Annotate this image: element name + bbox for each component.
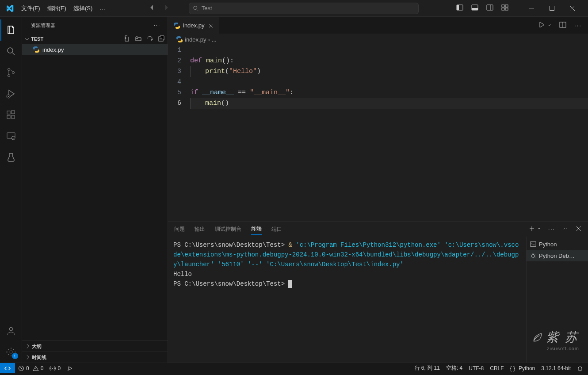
panel-close-icon[interactable]: [576, 226, 582, 233]
command-center[interactable]: Test: [189, 3, 419, 14]
explorer-sidebar: 资源管理器 ··· TEST index.py 大纲 时间线: [22, 17, 168, 363]
terminal-dropdown-icon[interactable]: [537, 226, 541, 232]
window-maximize[interactable]: [542, 0, 562, 17]
menu-edit[interactable]: 编辑(E): [44, 3, 70, 14]
timeline-section[interactable]: 时间线: [22, 352, 168, 363]
tab-more-icon[interactable]: ···: [574, 22, 582, 29]
svg-point-28: [532, 254, 535, 257]
svg-rect-20: [11, 111, 15, 114]
bottom-panel: 问题 输出 调试控制台 终端 端口 ··· PS C:\Users\snow\D…: [168, 221, 588, 363]
status-bar: 0 0 0 行 6, 列 11 空格: 4 UTF-8 CRLF { }Pyth…: [0, 363, 588, 373]
search-icon: [193, 5, 199, 11]
panel-more-icon[interactable]: ···: [548, 226, 555, 232]
activity-remote-icon[interactable]: [0, 126, 22, 147]
status-language[interactable]: { }Python: [507, 363, 538, 373]
panel-tab-ports[interactable]: 端口: [271, 224, 282, 235]
nav-back-icon[interactable]: [149, 4, 156, 12]
remote-button[interactable]: [0, 363, 15, 373]
svg-rect-5: [487, 5, 493, 10]
menu-more[interactable]: …: [96, 3, 109, 13]
terminal[interactable]: PS C:\Users\snow\Desktop\Test> & 'c:\Pro…: [168, 237, 526, 363]
activity-bar: 1: [0, 17, 22, 363]
panel-tab-terminal[interactable]: 终端: [251, 223, 262, 235]
folder-header[interactable]: TEST: [22, 34, 168, 44]
svg-rect-2: [457, 5, 459, 10]
chevron-right-icon: [25, 343, 31, 349]
activity-search-icon[interactable]: [0, 41, 22, 62]
terminal-item-python[interactable]: Python: [527, 238, 588, 250]
status-bell-icon[interactable]: [574, 363, 586, 373]
status-indent[interactable]: 空格: 4: [443, 363, 466, 373]
layout-left-icon[interactable]: [456, 4, 463, 12]
watermark: 紫 苏 zisusoft.com: [532, 329, 579, 351]
svg-rect-17: [7, 111, 10, 114]
run-icon[interactable]: [538, 21, 545, 30]
search-text: Test: [202, 5, 212, 11]
svg-point-12: [8, 69, 10, 71]
chevron-right-icon: [25, 354, 31, 360]
file-name: index.py: [42, 46, 64, 53]
window-minimize[interactable]: [522, 0, 542, 17]
customize-layout-icon[interactable]: [501, 4, 508, 12]
panel-maximize-icon[interactable]: [562, 226, 569, 233]
new-folder-icon[interactable]: [135, 35, 142, 43]
new-file-icon[interactable]: [123, 35, 130, 43]
activity-scm-icon[interactable]: [0, 62, 22, 83]
svg-rect-10: [550, 6, 554, 11]
tab-close-icon[interactable]: [207, 22, 215, 30]
status-eol[interactable]: CRLF: [487, 363, 507, 373]
activity-testing-icon[interactable]: [0, 147, 22, 168]
python-file-icon: [173, 22, 180, 29]
code-editor[interactable]: 123456 def main(): print("Hello") if __n…: [168, 45, 588, 221]
settings-badge: 1: [12, 353, 18, 359]
activity-account-icon[interactable]: [0, 320, 22, 341]
activity-extensions-icon[interactable]: [0, 104, 22, 126]
svg-rect-8: [502, 8, 504, 10]
layout-bottom-icon[interactable]: [471, 4, 478, 12]
python-file-icon: [176, 36, 183, 43]
collapse-icon[interactable]: [158, 35, 165, 43]
tab-bar: index.py ···: [168, 17, 588, 34]
window-close[interactable]: [562, 0, 583, 17]
line-gutter: 123456: [168, 45, 190, 221]
panel-tab-debug[interactable]: 调试控制台: [215, 224, 241, 235]
editor-tab[interactable]: index.py: [168, 17, 220, 34]
tab-label: index.py: [183, 22, 204, 29]
sidebar-title: 资源管理器: [31, 22, 55, 29]
layout-right-icon[interactable]: [486, 4, 493, 12]
status-cursor-pos[interactable]: 行 6, 列 11: [412, 363, 443, 373]
svg-point-14: [12, 72, 14, 74]
activity-explorer-icon[interactable]: [0, 19, 22, 41]
activity-settings-icon[interactable]: 1: [0, 341, 22, 363]
panel-tab-problems[interactable]: 问题: [174, 224, 185, 235]
leaf-icon: [532, 332, 543, 343]
terminal-item-debug[interactable]: Python Deb…: [527, 250, 588, 261]
status-ports[interactable]: 0: [46, 363, 64, 373]
activity-debug-icon[interactable]: [0, 83, 22, 104]
svg-point-13: [8, 75, 10, 77]
nav-arrows: [149, 4, 170, 12]
refresh-icon[interactable]: [146, 35, 153, 43]
svg-point-16: [8, 96, 8, 97]
run-dropdown-icon[interactable]: [547, 22, 551, 29]
svg-rect-9: [505, 8, 508, 10]
svg-point-11: [8, 48, 13, 53]
outline-section[interactable]: 大纲: [22, 341, 168, 352]
breadcrumb[interactable]: index.py › ...: [168, 34, 588, 45]
panel-tab-output[interactable]: 输出: [195, 224, 205, 235]
folder-name: TEST: [31, 36, 43, 42]
sidebar-more-icon[interactable]: ···: [154, 23, 160, 28]
status-warnings[interactable]: 0: [30, 363, 47, 373]
minimap[interactable]: [569, 47, 582, 53]
nav-fwd-icon[interactable]: [163, 4, 170, 12]
split-editor-icon[interactable]: [559, 21, 566, 30]
bug-icon: [530, 253, 536, 259]
vscode-logo-icon: [4, 2, 16, 15]
menu-select[interactable]: 选择(S): [70, 3, 96, 14]
status-debug-start[interactable]: [64, 363, 76, 373]
menu-file[interactable]: 文件(F): [18, 3, 44, 14]
file-item[interactable]: index.py: [22, 44, 168, 55]
status-encoding[interactable]: UTF-8: [466, 363, 487, 373]
new-terminal-icon[interactable]: [529, 226, 535, 233]
status-python-version[interactable]: 3.12.1 64-bit: [538, 363, 574, 373]
